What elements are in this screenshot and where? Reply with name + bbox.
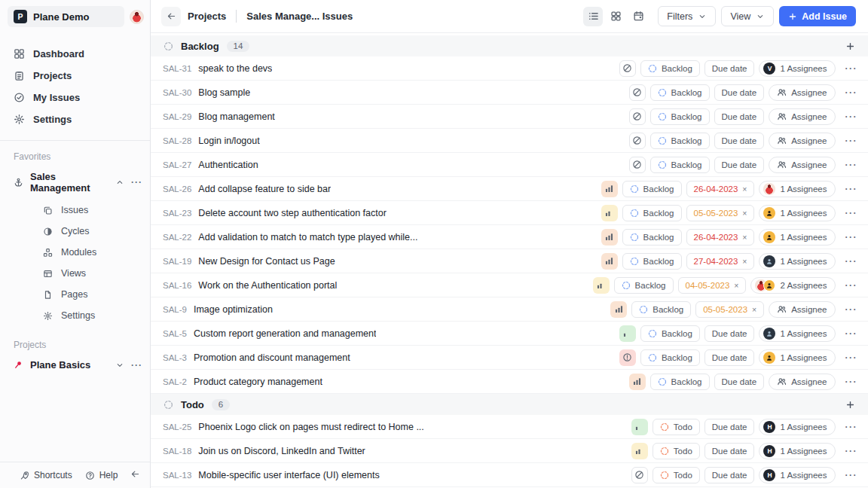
state-chip[interactable]: Backlog [650,133,710,149]
due-date-chip[interactable]: 05-05-2023× [686,205,755,221]
back-button[interactable] [161,7,181,26]
kanban-view-button[interactable] [606,7,625,26]
subnav-item-views[interactable]: Views [0,263,150,284]
sidebar-item-projects[interactable]: Projects [8,66,142,86]
priority-chip[interactable] [601,205,618,221]
chevron-down-icon[interactable] [115,361,124,370]
priority-chip[interactable] [629,133,646,149]
priority-chip[interactable] [610,301,627,318]
collapse-sidebar-button[interactable] [130,469,140,481]
add-issue-button[interactable]: Add Issue [779,6,856,26]
row-menu-button[interactable]: ··· [845,232,858,242]
clear-date-icon[interactable]: × [734,281,738,290]
project-menu-button[interactable]: ··· [131,361,142,370]
issue-row[interactable]: SAL-18 Join us on Discord, LinkedIn and … [151,439,868,463]
priority-chip[interactable] [601,181,618,197]
assignee-chip[interactable]: Assignee [769,133,835,149]
state-chip[interactable]: Backlog [640,349,700,366]
priority-chip[interactable] [601,229,618,246]
shortcuts-button[interactable]: Shortcuts [20,470,72,480]
assignee-chip[interactable]: Assignee [769,157,835,173]
state-chip[interactable]: Backlog [640,325,700,342]
state-chip[interactable]: Backlog [622,229,682,246]
breadcrumb-projects[interactable]: Projects [188,11,226,22]
due-date-chip[interactable]: 27-04-2023× [686,253,755,270]
state-chip[interactable]: Backlog [650,374,710,390]
state-chip[interactable]: Backlog [650,84,710,101]
assignee-chip[interactable]: Assignee [769,301,835,318]
filters-dropdown[interactable]: Filters [658,6,716,26]
subnav-item-modules[interactable]: Modules [0,242,150,263]
favorite-project-sales-management[interactable]: Sales Management ··· [0,166,150,198]
issue-row[interactable]: SAL-25 Phoenix Logo click on pages must … [151,415,868,439]
clear-date-icon[interactable]: × [742,233,747,242]
due-date-chip[interactable]: 05-05-2023× [695,301,764,318]
priority-chip[interactable] [619,349,636,366]
assignee-chip[interactable]: 1 Assignees [759,205,835,221]
row-menu-button[interactable]: ··· [845,352,858,363]
subnav-item-settings[interactable]: Settings [0,305,150,326]
due-date-chip[interactable]: Due date [714,374,765,390]
clear-date-icon[interactable]: × [752,305,756,314]
add-issue-to-group-button[interactable] [845,400,855,410]
assignee-chip[interactable]: Assignee [769,108,835,125]
state-chip[interactable]: Todo [653,443,700,459]
clear-date-icon[interactable]: × [742,257,747,266]
due-date-chip[interactable]: Due date [704,60,755,77]
project-menu-button[interactable]: ··· [131,178,142,187]
help-button[interactable]: Help [85,470,118,480]
state-chip[interactable]: Backlog [650,157,710,173]
assignee-chip[interactable]: H1 Assignees [759,443,835,459]
subnav-item-pages[interactable]: Pages [0,284,150,305]
row-menu-button[interactable]: ··· [845,377,858,387]
priority-chip[interactable] [601,253,618,270]
workspace-switcher[interactable]: P Plane Demo [8,6,124,27]
row-menu-button[interactable]: ··· [845,111,858,122]
add-issue-to-group-button[interactable] [845,41,855,51]
state-chip[interactable]: Todo [653,419,700,435]
due-date-chip[interactable]: Due date [704,325,755,342]
assignee-chip[interactable]: Assignee [769,374,835,390]
breadcrumb-current[interactable]: Sales Manage... Issues [246,11,353,22]
row-menu-button[interactable]: ··· [845,470,858,480]
state-chip[interactable]: Backlog [622,205,682,221]
assignee-chip[interactable]: H1 Assignees [759,467,835,483]
clear-date-icon[interactable]: × [742,209,747,218]
assignee-chip[interactable]: Assignee [769,84,835,101]
list-view-button[interactable] [583,7,603,26]
due-date-chip[interactable]: Due date [704,349,755,366]
priority-chip[interactable] [629,157,646,173]
sidebar-item-dashboard[interactable]: Dashboard [8,44,142,64]
issue-row[interactable]: SAL-30 Blog sample Backlog Due date Assi… [151,81,868,105]
due-date-chip[interactable]: Due date [714,157,765,173]
due-date-chip[interactable]: Due date [714,84,765,101]
due-date-chip[interactable]: Due date [714,133,765,149]
priority-chip[interactable] [629,84,646,101]
row-menu-button[interactable]: ··· [845,446,858,456]
state-chip[interactable]: Backlog [622,253,682,270]
assignee-chip[interactable]: 2 Assignees [750,277,835,294]
issue-row[interactable]: SAL-26 Add collapse feature to side bar … [151,177,868,201]
issue-row[interactable]: SAL-27 Authentication Backlog Due date A… [151,153,868,177]
priority-chip[interactable] [629,374,646,390]
row-menu-button[interactable]: ··· [845,184,858,194]
priority-chip[interactable] [631,467,648,483]
due-date-chip[interactable]: Due date [704,467,755,483]
priority-chip[interactable] [631,443,648,459]
issue-row[interactable]: SAL-5 Custom report generation and manag… [151,322,868,346]
issue-row[interactable]: SAL-31 speak to the devs Backlog Due dat… [151,56,868,81]
issue-row[interactable]: SAL-29 Blog management Backlog Due date … [151,105,868,129]
row-menu-button[interactable]: ··· [845,280,858,291]
issue-row[interactable]: SAL-28 Login in/logout Backlog Due date … [151,129,868,153]
row-menu-button[interactable]: ··· [845,304,858,315]
state-chip[interactable]: Backlog [650,108,710,125]
project-plane-basics[interactable]: Plane Basics ··· [0,355,150,375]
due-date-chip[interactable]: Due date [714,108,765,125]
subnav-item-issues[interactable]: Issues [0,200,150,221]
state-chip[interactable]: Backlog [622,181,682,197]
issue-row[interactable]: SAL-9 Image optimization Backlog 05-05-2… [151,297,868,322]
assignee-chip[interactable]: 1 Assignees [759,181,835,197]
row-menu-button[interactable]: ··· [845,208,858,218]
row-menu-button[interactable]: ··· [845,328,858,339]
due-date-chip[interactable]: 26-04-2023× [686,181,755,197]
